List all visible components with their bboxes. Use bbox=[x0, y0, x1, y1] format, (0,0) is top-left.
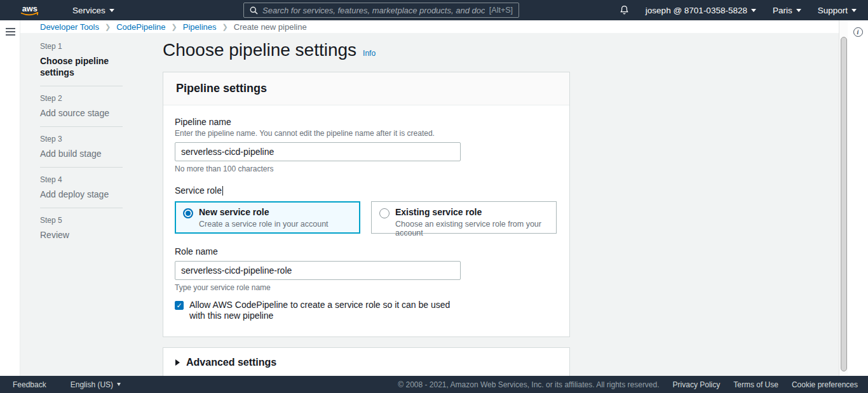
vertical-scrollbar-thumb[interactable] bbox=[841, 37, 847, 371]
text-cursor bbox=[222, 186, 223, 196]
chevron-down-icon bbox=[796, 9, 801, 12]
breadcrumb-codepipeline[interactable]: CodePipeline bbox=[116, 22, 165, 32]
allow-service-role-label[interactable]: Allow AWS CodePipeline to create a servi… bbox=[189, 300, 463, 321]
language-label: English (US) bbox=[71, 380, 113, 389]
support-menu[interactable]: Support bbox=[818, 6, 857, 15]
role-name-label: Role name bbox=[175, 246, 557, 256]
chevron-down-icon bbox=[109, 9, 114, 12]
option-description: Choose an existing service role from you… bbox=[395, 220, 548, 237]
hamburger-icon bbox=[6, 34, 15, 36]
radio-unselected-icon[interactable] bbox=[379, 208, 390, 218]
menu-toggle-button[interactable] bbox=[6, 28, 15, 36]
notifications-button[interactable] bbox=[620, 5, 629, 15]
chevron-down-icon bbox=[117, 383, 121, 386]
step-number: Step 1 bbox=[40, 42, 123, 51]
pipeline-name-hint: No more than 100 characters bbox=[175, 164, 557, 173]
step-1-choose-pipeline-settings[interactable]: Step 1 Choose pipeline settings bbox=[40, 42, 123, 86]
step-number: Step 5 bbox=[40, 216, 123, 225]
role-name-hint: Type your service role name bbox=[175, 283, 557, 292]
card-title: Pipeline settings bbox=[176, 82, 557, 95]
step-number: Step 3 bbox=[40, 135, 123, 143]
option-description: Create a service role in your account bbox=[199, 220, 329, 229]
search-shortcut: [Alt+S] bbox=[489, 6, 513, 15]
wizard-steps-nav: Step 1 Choose pipeline settings Step 2 A… bbox=[40, 42, 123, 256]
step-title: Choose pipeline settings bbox=[40, 55, 123, 78]
option-title: New service role bbox=[199, 207, 329, 217]
step-number: Step 2 bbox=[40, 94, 123, 103]
allow-service-role-checkbox[interactable]: ✓ bbox=[175, 301, 184, 310]
step-number: Step 4 bbox=[40, 175, 123, 184]
copyright-text: © 2008 - 2021, Amazon Web Services, Inc.… bbox=[398, 380, 659, 389]
step-title: Review bbox=[40, 229, 123, 241]
search-icon bbox=[250, 6, 258, 15]
top-navigation-bar: aws Services Search for services, featur… bbox=[0, 0, 868, 20]
step-title: Add source stage bbox=[40, 107, 123, 119]
pipeline-name-description: Enter the pipeline name. You cannot edit… bbox=[175, 129, 557, 138]
feedback-button[interactable]: Feedback bbox=[13, 380, 46, 389]
nav-right-group: joseph @ 8701-0358-5828 Paris Support bbox=[620, 0, 857, 20]
pipeline-settings-card: Pipeline settings Pipeline name Enter th… bbox=[163, 72, 570, 337]
breadcrumb: Developer Tools ❯ CodePipeline ❯ Pipelin… bbox=[20, 20, 848, 33]
expand-arrow-icon bbox=[175, 359, 180, 366]
account-label: joseph @ 8701-0358-5828 bbox=[646, 6, 747, 15]
card-header: Pipeline settings bbox=[163, 72, 569, 105]
step-2-add-source-stage[interactable]: Step 2 Add source stage bbox=[40, 94, 123, 127]
advanced-settings-title: Advanced settings bbox=[186, 357, 276, 368]
option-title: Existing service role bbox=[395, 207, 548, 217]
vertical-scrollbar-track[interactable] bbox=[839, 20, 848, 376]
existing-service-role-option[interactable]: Existing service role Choose an existing… bbox=[371, 201, 557, 234]
step-3-add-build-stage[interactable]: Step 3 Add build stage bbox=[40, 135, 123, 168]
hamburger-icon bbox=[6, 28, 15, 29]
privacy-policy-link[interactable]: Privacy Policy bbox=[673, 380, 721, 389]
aws-logo[interactable]: aws bbox=[18, 3, 42, 18]
footer: Feedback English (US) © 2008 - 2021, Ama… bbox=[0, 376, 868, 393]
step-4-add-deploy-stage[interactable]: Step 4 Add deploy stage bbox=[40, 175, 123, 208]
language-selector[interactable]: English (US) bbox=[71, 380, 121, 389]
radio-selected-icon[interactable] bbox=[183, 208, 193, 218]
info-panel-toggle-icon[interactable]: i bbox=[853, 27, 863, 37]
chevron-down-icon bbox=[751, 9, 756, 12]
step-5-review[interactable]: Step 5 Review bbox=[40, 216, 123, 248]
support-label: Support bbox=[818, 6, 848, 15]
breadcrumb-separator-icon: ❯ bbox=[222, 23, 228, 31]
terms-of-use-link[interactable]: Terms of Use bbox=[733, 380, 778, 389]
search-placeholder: Search for services, features, marketpla… bbox=[262, 6, 485, 15]
breadcrumb-developer-tools[interactable]: Developer Tools bbox=[40, 22, 99, 32]
help-panel-rail: i bbox=[848, 20, 868, 376]
services-menu[interactable]: Services bbox=[72, 6, 114, 15]
region-label: Paris bbox=[773, 6, 792, 15]
info-link[interactable]: Info bbox=[363, 49, 376, 58]
page-title: Choose pipeline settings bbox=[163, 40, 356, 60]
pipeline-name-input[interactable] bbox=[175, 142, 461, 161]
step-title: Add build stage bbox=[40, 148, 123, 159]
region-menu[interactable]: Paris bbox=[773, 6, 801, 15]
main-content: Choose pipeline settings Info Pipeline s… bbox=[163, 33, 570, 393]
chevron-down-icon bbox=[851, 9, 857, 12]
bell-icon bbox=[620, 5, 629, 15]
svg-text:aws: aws bbox=[22, 4, 37, 13]
step-title: Add deploy stage bbox=[40, 189, 123, 200]
breadcrumb-separator-icon: ❯ bbox=[105, 23, 111, 31]
cookie-preferences-link[interactable]: Cookie preferences bbox=[792, 380, 858, 389]
global-search-input[interactable]: Search for services, features, marketpla… bbox=[243, 3, 519, 18]
service-role-label: Service role bbox=[175, 185, 222, 196]
services-label: Services bbox=[72, 6, 105, 15]
account-menu[interactable]: joseph @ 8701-0358-5828 bbox=[646, 6, 756, 15]
hamburger-icon bbox=[6, 31, 15, 32]
advanced-settings-expander[interactable]: Advanced settings bbox=[163, 347, 570, 378]
breadcrumb-pipelines[interactable]: Pipelines bbox=[183, 22, 217, 32]
collapsed-side-nav bbox=[0, 20, 20, 376]
breadcrumb-current: Create new pipeline bbox=[234, 22, 307, 32]
breadcrumb-separator-icon: ❯ bbox=[172, 23, 177, 31]
role-name-input[interactable] bbox=[175, 261, 461, 280]
new-service-role-option[interactable]: New service role Create a service role i… bbox=[175, 201, 360, 234]
pipeline-name-label: Pipeline name bbox=[175, 117, 557, 127]
aws-logo-icon: aws bbox=[18, 3, 42, 18]
